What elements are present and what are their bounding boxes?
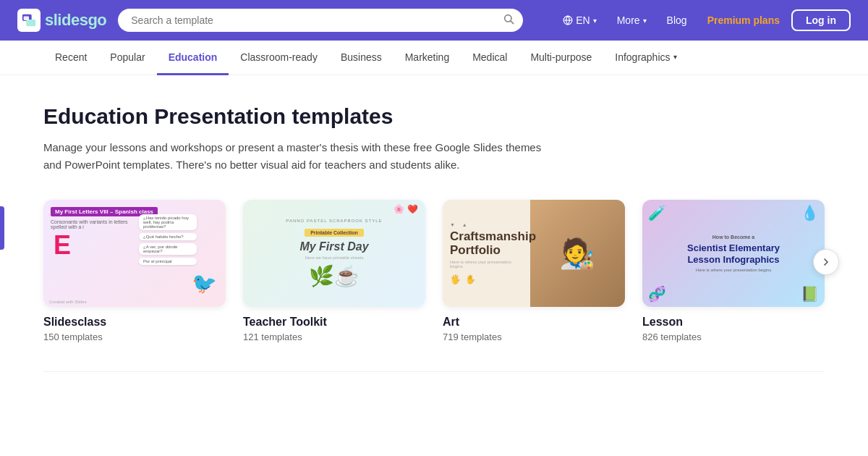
thumb-first-day: My First Day bbox=[286, 240, 382, 253]
carousel-next-button[interactable] bbox=[813, 249, 839, 275]
subnav-item-classroom[interactable]: Classroom-ready bbox=[229, 41, 329, 75]
card-count-slidesclass: 150 templates bbox=[43, 332, 226, 342]
search-button[interactable] bbox=[503, 13, 514, 28]
thumb-art-tagline: Here is where your presentation begins bbox=[450, 260, 523, 269]
login-button[interactable]: Log in bbox=[791, 9, 851, 31]
more-label: More bbox=[617, 14, 640, 26]
logo-icon bbox=[17, 9, 41, 32]
page-title: Education Presentation templates bbox=[43, 104, 825, 129]
globe-icon bbox=[563, 15, 573, 25]
card-section: My First Letters VIII – Spanish class Co… bbox=[43, 200, 825, 342]
thumb-lesson-tagline: Here is where your presentation begins bbox=[671, 268, 796, 272]
left-accent bbox=[0, 206, 4, 250]
card-name-slidesclass: Slidesclass bbox=[43, 316, 226, 329]
thumb-bird-icon: 🐦 bbox=[192, 271, 217, 295]
thumb-how-label: How to Become a bbox=[671, 235, 796, 240]
subnav-item-popular[interactable]: Popular bbox=[98, 41, 156, 75]
lang-chevron-icon: ▾ bbox=[593, 17, 597, 25]
subnav-item-education[interactable]: Education bbox=[157, 41, 229, 75]
subnav-item-infographics[interactable]: Infographics ▾ bbox=[603, 41, 688, 75]
thumb-deco-bl: 🧬 bbox=[648, 285, 666, 303]
header: slidesgo EN ▾ More ▾ Blog Premi bbox=[0, 0, 868, 41]
lang-label: EN bbox=[576, 14, 590, 26]
thumb-art-top-icons: ▼ ▲ bbox=[450, 222, 468, 227]
card-thumb-art: ▼ ▲ Craftsmanship Portfolio Here is wher… bbox=[443, 200, 625, 307]
more-chevron-icon: ▾ bbox=[643, 17, 647, 25]
page-description: Manage your lessons and workshops or pre… bbox=[43, 139, 550, 174]
card-name-lesson: Lesson bbox=[642, 316, 825, 329]
thumb-subtitle: Consonants with variants in letters spel… bbox=[51, 219, 137, 229]
more-menu[interactable]: More ▾ bbox=[608, 10, 655, 30]
subnav-item-medical[interactable]: Medical bbox=[461, 41, 519, 75]
blog-link[interactable]: Blog bbox=[658, 10, 696, 30]
card-grid: My First Letters VIII – Spanish class Co… bbox=[43, 200, 825, 342]
infographics-chevron-icon: ▾ bbox=[673, 53, 677, 61]
logo-text: slidesgo bbox=[45, 11, 106, 30]
card-name-teacher: Teacher Toolkit bbox=[243, 316, 425, 329]
svg-line-4 bbox=[511, 21, 514, 24]
card-count-art: 719 templates bbox=[443, 332, 625, 342]
premium-plans-link[interactable]: Premium plans bbox=[699, 10, 788, 30]
card-teacher-toolkit[interactable]: Panno Pastel Scrapbook Style Printable C… bbox=[243, 200, 425, 342]
thumb-art-hand-icons: 🖐️ ✋ bbox=[450, 274, 476, 284]
thumb-top-icons: 🌸 ❤️ bbox=[393, 204, 418, 214]
svg-rect-2 bbox=[24, 17, 29, 21]
chevron-right-icon bbox=[820, 256, 832, 268]
main-content: Education Presentation templates Manage … bbox=[0, 75, 868, 401]
card-thumb-lesson: 🧪 💧 🧬 📗 How to Become a Scientist Elemen… bbox=[642, 200, 825, 307]
header-nav: EN ▾ More ▾ Blog Premium plans Log in bbox=[554, 9, 851, 31]
thumb-plant-icon: 🌿☕ bbox=[286, 264, 382, 288]
section-divider bbox=[43, 371, 825, 372]
card-thumb-slidesclass: My First Letters VIII – Spanish class Co… bbox=[43, 200, 226, 307]
thumb-here-your: Here we have printable sheets bbox=[286, 256, 382, 260]
card-art[interactable]: ▼ ▲ Craftsmanship Portfolio Here is wher… bbox=[443, 200, 625, 342]
card-count-teacher: 121 templates bbox=[243, 332, 425, 342]
card-lesson[interactable]: 🧪 💧 🧬 📗 How to Become a Scientist Elemen… bbox=[642, 200, 825, 342]
thumb-art-main-title: Craftsmanship Portfolio bbox=[450, 230, 536, 257]
thumb-printable-badge: Printable Collection bbox=[305, 229, 364, 237]
thumb-lesson-main-title: Scientist Elementary Lesson Infographics bbox=[671, 242, 796, 265]
subnav: Recent Popular Education Classroom-ready… bbox=[0, 41, 868, 75]
subnav-item-business[interactable]: Business bbox=[329, 41, 393, 75]
subnav-item-multipurpose[interactable]: Multi-purpose bbox=[519, 41, 603, 75]
lang-selector[interactable]: EN ▾ bbox=[554, 10, 605, 30]
card-name-art: Art bbox=[443, 316, 625, 329]
card-count-lesson: 826 templates bbox=[642, 332, 825, 342]
svg-rect-1 bbox=[26, 20, 35, 26]
thumb-deco-tr: 💧 bbox=[801, 204, 819, 221]
thumb-art-photo-area: 🧑‍🎨 bbox=[530, 200, 625, 307]
thumb-speech-bubbles: ¿Has tenido picado hoy well, hay podría … bbox=[139, 214, 197, 265]
subnav-item-recent[interactable]: Recent bbox=[43, 41, 98, 75]
thumb-panno-label: Panno Pastel Scrapbook Style bbox=[286, 219, 382, 223]
subnav-item-marketing[interactable]: Marketing bbox=[393, 41, 461, 75]
thumb-footer: Created with Slides bbox=[49, 300, 87, 304]
card-slidesclass[interactable]: My First Letters VIII – Spanish class Co… bbox=[43, 200, 226, 342]
card-thumb-teacher: Panno Pastel Scrapbook Style Printable C… bbox=[243, 200, 425, 307]
thumb-deco-tl: 🧪 bbox=[648, 204, 666, 221]
search-bar bbox=[118, 9, 523, 32]
logo[interactable]: slidesgo bbox=[17, 9, 106, 32]
thumb-deco-br: 📗 bbox=[801, 285, 819, 303]
search-input[interactable] bbox=[118, 9, 523, 32]
